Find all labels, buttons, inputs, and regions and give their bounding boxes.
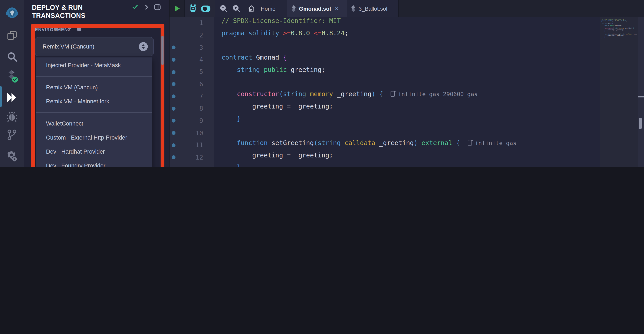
line-number: 6 [176,80,214,88]
code-line: // SPDX-License-Identifier: MIT [222,17,596,29]
compile-check-icon [132,4,138,9]
icon-sidebar [0,0,24,167]
editor-scrollbar-track[interactable] [638,17,644,167]
gutter-dot [172,131,176,135]
editor-scrollbar-mark [638,96,644,97]
code-line: } [222,164,596,167]
gas-pump-icon [468,140,472,145]
code-line: string public greeting; [222,66,596,78]
file-explorer-icon[interactable] [0,29,24,41]
code-line: } [222,115,596,127]
panel-title: DEPLOY & RUN TRANSACTIONS [32,3,122,19]
highlight-rectangle [31,24,164,167]
gutter-dot [172,58,176,62]
tab-label: 3_Ballot.sol [359,5,387,12]
line-number: 12 [176,154,214,161]
remix-ai-robot-icon[interactable] [189,4,197,13]
home-icon[interactable] [248,5,255,12]
deploy-run-icon[interactable] [0,91,24,104]
active-plugin-indicator [0,86,2,107]
code-lines[interactable]: // SPDX-License-Identifier: MITpragma so… [222,17,596,167]
code-line: greeting = _greeting; [222,102,596,115]
gutter-dot [172,70,176,74]
line-number: 13 [176,166,214,167]
solidity-compiler-icon[interactable] [0,69,24,83]
split-view-icon[interactable] [154,4,160,10]
home-tab-label[interactable]: Home [261,5,275,12]
solidity-file-icon [351,5,356,12]
editor-gutter[interactable]: 1234567891011121314151617 [170,17,214,167]
line-number: 7 [176,92,214,100]
tab-label: Gmonad.sol [299,5,331,12]
line-number: 8 [176,105,214,112]
gas-pump-icon [391,91,395,97]
code-line: constructor(string memory _greeting) {in… [222,90,596,102]
code-line [222,41,596,54]
line-number: 2 [176,31,214,39]
ai-copilot-toggle-icon[interactable] [200,5,211,12]
line-number: 5 [176,68,214,76]
run-script-play-icon[interactable] [174,5,180,12]
line-number: 1 [176,19,214,27]
ai-tools-segment [184,0,215,17]
gutter-dot [172,82,176,86]
gutter-dot [172,156,176,159]
line-number: 4 [176,56,214,64]
editor-scrollbar-thumb[interactable] [639,118,642,129]
gutter-dot [172,143,176,147]
line-number: 11 [176,141,214,149]
line-number: 3 [176,44,214,51]
tab-gmonad-sol[interactable]: Gmonad.sol ✕ [287,0,347,17]
debugger-icon[interactable] [0,111,24,123]
panel-scrollbar-thumb[interactable] [162,36,164,65]
git-icon[interactable] [0,129,24,141]
gas-estimate-hint: infinite gas 290600 gas [391,91,478,97]
gutter-dot [172,33,176,37]
code-line [222,78,596,90]
code-line: pragma solidity >=0.8.0 <=0.8.24; [222,29,596,41]
code-line: function setGreeting(string calldata _gr… [222,139,596,151]
zoom-in-icon[interactable] [232,5,240,12]
minimap-content[interactable]: // SPDX-License-Identifier: MITpragma so… [602,19,637,43]
line-number: 10 [176,129,214,137]
remix-ide-window: DEPLOY & RUN TRANSACTIONS ENVIRONMENT i … [0,0,644,167]
tab-3-ballot-sol[interactable]: 3_Ballot.sol [347,0,399,17]
gutter-dot [172,21,176,25]
gas-estimate-hint: infinite gas [468,140,516,146]
gutter-dot [172,107,176,110]
solidity-file-icon [291,5,296,12]
gutter-dot [172,94,176,98]
line-number: 9 [176,117,214,125]
code-line [222,127,596,139]
code-line: contract Gmonad { [222,54,596,66]
editor-nav-segment: Home [215,0,287,17]
gutter-dot [172,45,176,49]
remix-logo-icon[interactable] [0,6,24,20]
zoom-out-icon[interactable] [220,5,228,12]
code-line: greeting = _greeting; [222,151,596,163]
search-icon[interactable] [0,51,24,62]
plugins-icon[interactable] [0,150,24,163]
close-tab-icon[interactable]: ✕ [335,6,338,11]
gutter-dot [172,119,176,123]
pin-panel-chevron-icon[interactable] [145,5,148,10]
